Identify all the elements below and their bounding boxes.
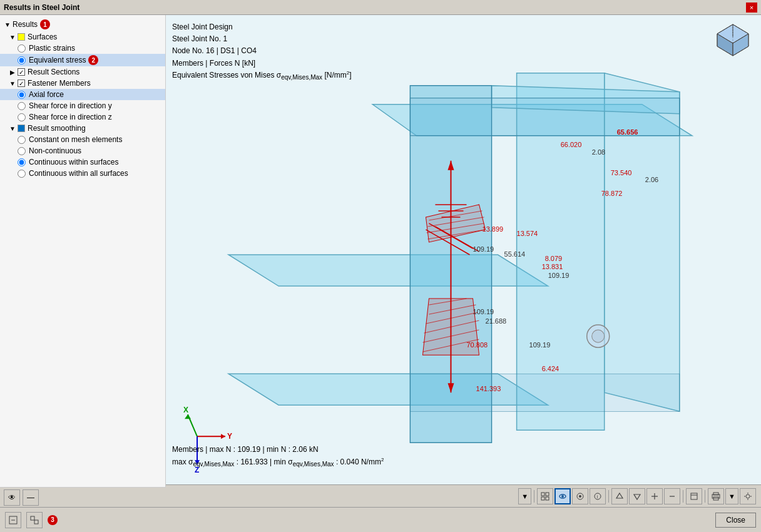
svg-text:109.19: 109.19 <box>529 341 551 349</box>
non-continuous-item[interactable]: Non-continuous <box>0 145 165 156</box>
result-sections-checkbox[interactable]: ✓ <box>18 68 25 76</box>
constant-mesh-item[interactable]: Constant on mesh elements <box>0 134 165 145</box>
continuous-surfaces-item[interactable]: Continuous within surfaces <box>0 156 165 168</box>
continuous-surfaces-radio[interactable] <box>18 158 26 166</box>
continuous-all-label: Continuous within all surfaces <box>29 169 128 178</box>
svg-point-48 <box>592 330 605 342</box>
continuous-all-radio[interactable] <box>18 170 26 178</box>
render-button[interactable] <box>572 488 588 504</box>
result-sections-label: Result Sections <box>28 68 79 76</box>
title-bar: Results in Steel Joint × <box>0 0 761 15</box>
badge-1: 1 <box>40 19 50 29</box>
constant-mesh-label: Constant on mesh elements <box>29 135 122 144</box>
svg-text:13.831: 13.831 <box>542 263 563 270</box>
left-line-button[interactable]: — <box>23 489 39 506</box>
fastener-checkbox[interactable]: ✓ <box>18 79 25 87</box>
svg-rect-79 <box>541 497 544 500</box>
equivalent-stress-radio[interactable] <box>18 56 26 64</box>
dropdown-arrow: ▼ <box>521 493 528 500</box>
svg-rect-92 <box>691 493 697 499</box>
fastener-members-label: Fastener Members <box>28 79 91 88</box>
view-dropdown[interactable]: ▼ <box>518 488 531 504</box>
status-bar: 3 Close <box>0 507 761 532</box>
eye-button[interactable] <box>554 488 571 504</box>
non-continuous-radio[interactable] <box>18 147 26 155</box>
viewport-toolbar: ▼ i <box>166 484 761 507</box>
window-close-button[interactable]: × <box>746 3 757 13</box>
grid-button[interactable] <box>537 488 553 504</box>
surfaces-checkbox[interactable] <box>18 33 25 41</box>
equivalent-stress-label: Equivalent stress <box>29 56 86 64</box>
svg-marker-17 <box>228 255 548 286</box>
result-sections-item[interactable]: ▶ ✓ Result Sections <box>0 66 165 78</box>
viewport: Steel Joint Design Steel Joint No. 1 Nod… <box>166 15 761 507</box>
print-button[interactable] <box>708 488 724 504</box>
window-button[interactable] <box>686 488 702 504</box>
info-button[interactable]: i <box>590 488 606 504</box>
svg-text:i: i <box>597 494 598 499</box>
plastic-strains-item[interactable]: Plastic strains <box>0 43 165 54</box>
compress-button[interactable] <box>664 488 680 504</box>
svg-text:70.808: 70.808 <box>467 341 488 349</box>
smoothing-checkbox[interactable] <box>18 125 25 132</box>
svg-text:X: X <box>183 406 188 414</box>
status-icon-button[interactable] <box>5 512 21 528</box>
bottom-line2: max σeqv,Mises,Max : 161.933 | min σeqv,… <box>172 456 384 469</box>
shear-z-item[interactable]: Shear force in direction z <box>0 111 165 123</box>
svg-text:55.614: 55.614 <box>504 250 526 258</box>
shear-z-radio[interactable] <box>18 113 26 121</box>
left-eye-button[interactable]: 👁 <box>4 489 20 506</box>
svg-text:109.19: 109.19 <box>473 308 494 315</box>
svg-rect-77 <box>541 493 544 496</box>
results-expand-icon: ▼ <box>4 21 11 28</box>
bottom-info: Members | max N : 109.19 | min N : 2.06 … <box>172 444 384 469</box>
continuous-surfaces-label: Continuous within surfaces <box>29 158 118 166</box>
print-dropdown-arrow: ▼ <box>728 493 735 500</box>
svg-text:78.872: 78.872 <box>601 190 623 197</box>
plastic-strains-label: Plastic strains <box>29 44 75 53</box>
result-smoothing-item[interactable]: ▼ Result smoothing <box>0 123 165 134</box>
svg-text:73.540: 73.540 <box>611 169 632 176</box>
svg-rect-105 <box>34 520 38 524</box>
svg-marker-72 <box>185 414 191 419</box>
shear-y-radio[interactable] <box>18 102 26 110</box>
axial-force-radio[interactable] <box>18 91 26 99</box>
svg-text:13.899: 13.899 <box>483 225 504 233</box>
axial-force-item[interactable]: Axial force <box>0 89 165 100</box>
fastener-members-item[interactable]: ▼ ✓ Fastener Members <box>0 78 165 89</box>
non-continuous-label: Non-continuous <box>29 146 81 155</box>
structure-3d: 65.656 66.020 2.08 73.540 2.06 78.872 13… <box>166 15 761 507</box>
surfaces-label: Surfaces <box>28 33 57 41</box>
plastic-strains-radio[interactable] <box>18 44 26 53</box>
surfaces-item[interactable]: ▼ Surfaces <box>0 31 165 43</box>
arrow-up-button[interactable] <box>611 488 628 504</box>
svg-marker-87 <box>616 493 623 498</box>
close-button[interactable]: Close <box>715 513 756 528</box>
separator-4 <box>705 490 705 503</box>
separator-1 <box>534 490 534 503</box>
svg-marker-88 <box>634 494 640 499</box>
expand-button[interactable] <box>646 488 663 504</box>
svg-text:2.06: 2.06 <box>645 176 658 183</box>
settings-button[interactable] <box>740 488 756 504</box>
shear-y-item[interactable]: Shear force in direction y <box>0 100 165 111</box>
status-view-button[interactable] <box>26 512 43 528</box>
equivalent-stress-item[interactable]: Equivalent stress 2 <box>0 54 165 66</box>
left-panel-bottom: 👁 — <box>0 487 166 507</box>
result-sections-expand-icon: ▶ <box>9 68 16 76</box>
constant-mesh-radio[interactable] <box>18 136 26 144</box>
left-panel: ▼ Results 1 ▼ Surfaces Plastic strains E… <box>0 15 166 507</box>
badge-2: 2 <box>88 55 98 65</box>
shear-z-label: Shear force in direction z <box>29 113 112 121</box>
svg-text:8.079: 8.079 <box>545 255 563 262</box>
arrow-down-button[interactable] <box>629 488 645 504</box>
axial-force-label: Axial force <box>29 90 64 99</box>
svg-text:65.656: 65.656 <box>617 128 638 136</box>
results-label: Results <box>13 20 38 29</box>
surfaces-expand-icon: ▼ <box>9 33 16 41</box>
results-header[interactable]: ▼ Results 1 <box>0 18 165 31</box>
svg-text:13.574: 13.574 <box>517 230 538 237</box>
print-dropdown[interactable]: ▼ <box>725 488 738 504</box>
continuous-all-item[interactable]: Continuous within all surfaces <box>0 168 165 179</box>
svg-point-97 <box>746 494 750 498</box>
